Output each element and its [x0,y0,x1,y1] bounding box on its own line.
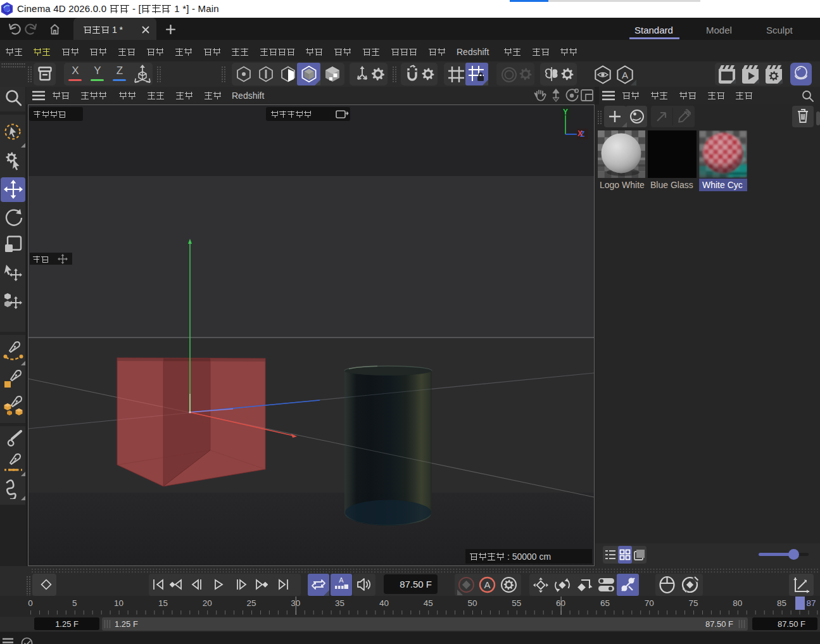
svg-text:85: 85 [777,598,786,608]
svg-text:65: 65 [600,598,610,608]
svg-text:10: 10 [114,598,123,608]
svg-text:55: 55 [512,598,521,608]
svg-text:A: A [484,579,490,590]
svg-text:35: 35 [335,598,344,608]
svg-text:45: 45 [424,598,433,608]
svg-text:25: 25 [246,598,256,608]
svg-text:A: A [339,576,344,584]
svg-text:75: 75 [688,598,698,608]
svg-text:80: 80 [733,598,742,608]
svg-text:50: 50 [467,598,477,608]
svg-text:5: 5 [72,598,77,608]
svg-text:0: 0 [28,598,33,608]
svg-text:40: 40 [379,598,389,608]
svg-text:15: 15 [158,598,168,608]
svg-text:70: 70 [645,598,654,608]
svg-text:A: A [622,70,628,80]
svg-text:87: 87 [806,598,816,608]
svg-text:20: 20 [203,598,212,608]
